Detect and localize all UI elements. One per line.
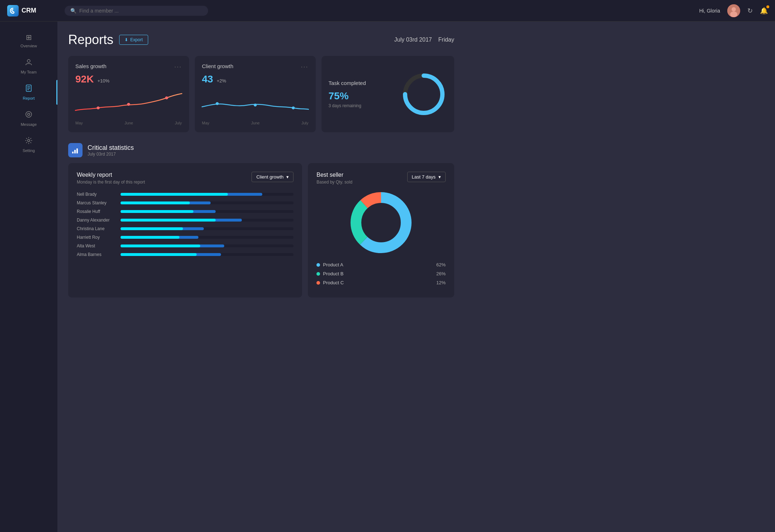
weekly-title-block: Weekly report Monday is the first day of… — [77, 172, 145, 185]
bar-row: Danny Alexander — [77, 218, 293, 223]
weekly-dropdown[interactable]: Client growth ▾ — [252, 172, 293, 182]
export-icon: ⬇ — [125, 37, 128, 42]
client-card-header: Client growth ··· — [202, 63, 309, 71]
bar-name: Harriett Roy — [77, 235, 116, 240]
best-seller-subtitle: Based by Qty. sold — [316, 180, 352, 185]
page-header: Reports ⬇ Export July 03rd 2017 Friday — [68, 32, 454, 47]
best-seller-dropdown[interactable]: Last 7 days ▾ — [407, 172, 446, 182]
section-title-block: Critical statistics July 03rd 2017 — [88, 144, 134, 157]
search-icon: 🔍 — [70, 8, 76, 14]
legend-dot — [316, 281, 320, 285]
page-date: July 03rd 2017 — [394, 37, 432, 43]
bar-name: Alma Barnes — [77, 252, 116, 257]
legend-label: Product A — [323, 262, 343, 267]
sidebar-item-message[interactable]: Message — [0, 106, 57, 131]
bar-row: Christina Lane — [77, 226, 293, 231]
legend-row: Product C 12% — [316, 280, 446, 285]
bar-track — [121, 244, 293, 247]
sales-chart — [75, 91, 182, 119]
sales-label-july: July — [175, 121, 182, 125]
svg-rect-20 — [74, 150, 76, 153]
message-icon — [25, 110, 33, 120]
logo: CRM — [7, 5, 65, 16]
logo-icon — [7, 5, 19, 16]
client-chart — [202, 91, 309, 119]
section-title: Critical statistics — [88, 144, 134, 152]
legend-left: Product C — [316, 280, 344, 285]
bar-inner — [121, 253, 197, 256]
task-info: Task completed 75% 3 days remaining — [329, 80, 366, 108]
sidebar: ⊞ Overview My Team Report — [0, 22, 57, 323]
sidebar-label-message: Message — [21, 122, 37, 127]
svg-point-14 — [216, 102, 219, 105]
page-title-row: Reports ⬇ Export — [68, 32, 148, 47]
bar-name: Marcus Stanley — [77, 200, 116, 205]
page-title: Reports — [68, 32, 113, 47]
section-header: Critical statistics July 03rd 2017 — [68, 143, 454, 157]
bar-track — [121, 227, 293, 230]
best-seller-legend: Product A 62% Product B 26% Product C 12… — [316, 262, 446, 285]
bar-track — [121, 219, 293, 222]
weekly-subtitle: Monday is the first day of this report — [77, 180, 145, 185]
sidebar-item-my-team[interactable]: My Team — [0, 54, 57, 79]
svg-point-12 — [127, 103, 130, 106]
search-bar[interactable]: 🔍 — [65, 6, 208, 16]
weekly-dropdown-label: Client growth — [256, 174, 283, 180]
setting-icon — [25, 137, 33, 146]
export-button[interactable]: ⬇ Export — [119, 35, 148, 45]
svg-point-15 — [254, 104, 257, 106]
bar-row: Harriett Roy — [77, 235, 293, 240]
best-seller-card: Best seller Based by Qty. sold Last 7 da… — [308, 163, 454, 298]
sidebar-item-setting[interactable]: Setting — [0, 132, 57, 157]
bar-track — [121, 253, 293, 256]
svg-point-9 — [28, 113, 30, 115]
bottom-row: Weekly report Monday is the first day of… — [68, 163, 454, 298]
sidebar-item-overview[interactable]: ⊞ Overview — [0, 29, 57, 52]
svg-point-16 — [292, 106, 295, 109]
best-seller-header: Best seller Based by Qty. sold Last 7 da… — [316, 172, 446, 185]
sales-growth-card: Sales growth ··· 92K +10% — [68, 56, 189, 132]
best-seller-dropdown-chevron: ▾ — [438, 174, 441, 180]
legend-pct: 12% — [436, 280, 446, 285]
bar-row: Rosalie Huff — [77, 209, 293, 214]
logo-text: CRM — [22, 7, 36, 14]
client-growth-card: Client growth ··· 43 +2% May — [195, 56, 316, 132]
report-icon — [25, 84, 33, 94]
sales-value: 92K — [75, 73, 94, 85]
svg-rect-19 — [72, 152, 74, 153]
legend-pct: 26% — [436, 271, 446, 276]
sidebar-label-team: My Team — [21, 70, 37, 74]
client-card-menu[interactable]: ··· — [301, 63, 309, 71]
sidebar-item-report[interactable]: Report — [0, 80, 57, 105]
legend-label: Product C — [323, 280, 344, 285]
bar-name: Christina Lane — [77, 226, 116, 231]
sidebar-label-report: Report — [23, 96, 34, 100]
bar-name: Rosalie Huff — [77, 209, 116, 214]
legend-left: Product A — [316, 262, 343, 267]
task-donut-chart — [400, 71, 447, 118]
bar-track — [121, 210, 293, 213]
export-label: Export — [130, 37, 143, 42]
svg-point-13 — [165, 96, 168, 99]
team-icon — [25, 58, 33, 68]
svg-point-11 — [97, 106, 99, 109]
sales-card-menu[interactable]: ··· — [174, 63, 182, 71]
bar-row: Alta West — [77, 243, 293, 248]
client-card-title: Client growth — [202, 63, 234, 69]
weekly-report-card: Weekly report Monday is the first day of… — [68, 163, 302, 298]
sidebar-label-overview: Overview — [20, 44, 37, 48]
client-value-row: 43 +2% — [202, 73, 309, 85]
sidebar-label-setting: Setting — [23, 148, 35, 153]
sales-label-june: June — [125, 121, 133, 125]
bar-inner — [121, 227, 183, 230]
bar-inner — [121, 193, 228, 196]
best-seller-title-block: Best seller Based by Qty. sold — [316, 172, 352, 185]
best-seller-title: Best seller — [316, 172, 352, 178]
search-input[interactable] — [79, 8, 202, 14]
layout: ⊞ Overview My Team Report — [0, 22, 465, 308]
legend-row: Product A 62% — [316, 262, 446, 267]
page-day: Friday — [438, 37, 454, 43]
legend-dot — [316, 263, 320, 267]
overview-icon: ⊞ — [26, 33, 32, 42]
section-date: July 03rd 2017 — [88, 152, 134, 157]
